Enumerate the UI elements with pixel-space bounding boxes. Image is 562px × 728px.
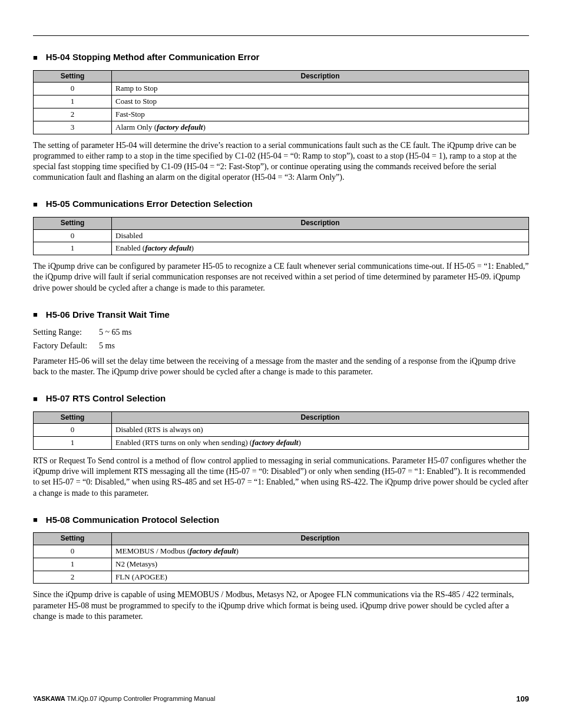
th-setting: Setting: [34, 70, 112, 83]
cell-setting: 0: [34, 229, 112, 242]
bullet-icon: ■: [33, 310, 38, 320]
th-setting: Setting: [34, 533, 112, 545]
th-setting: Setting: [34, 217, 112, 229]
cell-setting: 1: [34, 437, 112, 450]
th-description: Description: [112, 217, 529, 229]
setting-range-row: Setting Range:5 ~ 65 ms: [33, 327, 529, 338]
bullet-icon: ■: [33, 53, 38, 63]
table-row: 3 Alarm Only (factory default): [34, 121, 529, 134]
th-description: Description: [112, 533, 529, 545]
factory-default-row: Factory Default:5 ms: [33, 341, 529, 351]
th-setting: Setting: [34, 411, 112, 424]
cell-description: MEMOBUS / Modbus (factory default): [112, 545, 529, 558]
table-row: 2 FLN (APOGEE): [34, 571, 529, 584]
th-description: Description: [112, 411, 529, 424]
factory-default-value: 5 ms: [99, 341, 115, 350]
factory-default-text: factory default: [145, 243, 191, 252]
table-h5-04: Setting Description 0 Ramp to Stop 1 Coa…: [33, 70, 529, 134]
cell-description: Enabled (RTS turns on only when sending)…: [112, 437, 529, 450]
table-row: 0 MEMOBUS / Modbus (factory default): [34, 545, 529, 558]
para-h5-06: Parameter H5-06 will set the delay time …: [33, 356, 529, 377]
table-row: 1 Coast to Stop: [34, 95, 529, 108]
table-row: 1 Enabled (factory default): [34, 242, 529, 255]
cell-setting: 2: [34, 108, 112, 121]
desc-prefix: Alarm Only (: [115, 123, 157, 131]
heading-h5-08-text: H5-08 Communication Protocol Selection: [46, 515, 219, 525]
heading-h5-08: ■H5-08 Communication Protocol Selection: [33, 514, 529, 526]
desc-prefix: Enabled (: [115, 243, 145, 252]
para-h5-04: The setting of parameter H5-04 will dete…: [33, 140, 529, 183]
cell-description: N2 (Metasys): [112, 558, 529, 571]
heading-h5-05: ■H5-05 Communications Error Detection Se…: [33, 198, 529, 210]
cell-description: Enabled (factory default): [112, 242, 529, 255]
cell-description: Ramp to Stop: [112, 83, 529, 95]
heading-h5-04-text: H5-04 Stopping Method after Communicatio…: [46, 52, 260, 62]
table-h5-05: Setting Description 0 Disabled 1 Enabled…: [33, 217, 529, 255]
setting-range-label: Setting Range:: [33, 327, 99, 338]
desc-prefix: MEMOBUS / Modbus (: [115, 546, 190, 555]
desc-suffix: ): [236, 546, 238, 555]
para-h5-05: The iQpump drive can be configured by pa…: [33, 261, 529, 294]
table-h5-08: Setting Description 0 MEMOBUS / Modbus (…: [33, 532, 529, 584]
heading-h5-07: ■H5-07 RTS Control Selection: [33, 393, 529, 404]
para-h5-07: RTS or Request To Send control is a meth…: [33, 456, 529, 499]
desc-suffix: ): [298, 438, 300, 447]
table-h5-07: Setting Description 0 Disabled (RTS is a…: [33, 411, 529, 450]
para-h5-08: Since the iQpump drive is capable of usi…: [33, 589, 529, 622]
factory-default-label: Factory Default:: [33, 341, 99, 351]
top-rule: [33, 35, 529, 36]
table-row: 0 Disabled: [34, 229, 529, 242]
cell-description: Fast-Stop: [112, 108, 529, 121]
heading-h5-04: ■H5-04 Stopping Method after Communicati…: [33, 51, 529, 63]
cell-description: Disabled: [112, 229, 529, 242]
factory-default-text: factory default: [190, 546, 236, 555]
factory-default-text: factory default: [252, 438, 298, 447]
cell-setting: 2: [34, 571, 112, 584]
heading-h5-05-text: H5-05 Communications Error Detection Sel…: [46, 199, 253, 209]
factory-default-text: factory default: [157, 123, 203, 131]
heading-h5-06: ■H5-06 Drive Transit Wait Time: [33, 309, 529, 321]
setting-range-value: 5 ~ 65 ms: [99, 328, 131, 337]
cell-description: Coast to Stop: [112, 95, 529, 108]
table-row: 1 N2 (Metasys): [34, 558, 529, 571]
table-row: 2 Fast-Stop: [34, 108, 529, 121]
cell-setting: 0: [34, 83, 112, 95]
cell-setting: 1: [34, 95, 112, 108]
heading-h5-06-text: H5-06 Drive Transit Wait Time: [46, 309, 170, 319]
table-row: 0 Disabled (RTS is always on): [34, 424, 529, 437]
cell-setting: 3: [34, 121, 112, 134]
desc-suffix: ): [203, 123, 205, 131]
desc-suffix: ): [191, 243, 194, 252]
cell-description: FLN (APOGEE): [112, 571, 529, 584]
bullet-icon: ■: [33, 200, 38, 210]
bullet-icon: ■: [33, 515, 38, 525]
cell-setting: 0: [34, 545, 112, 558]
cell-setting: 1: [34, 242, 112, 255]
table-row: 1 Enabled (RTS turns on only when sendin…: [34, 437, 529, 450]
table-row: 0 Ramp to Stop: [34, 83, 529, 95]
heading-h5-07-text: H5-07 RTS Control Selection: [46, 393, 166, 403]
desc-prefix: Enabled (RTS turns on only when sending)…: [115, 438, 252, 447]
cell-setting: 0: [34, 424, 112, 437]
cell-description: Disabled (RTS is always on): [112, 424, 529, 437]
th-description: Description: [112, 70, 529, 83]
bullet-icon: ■: [33, 394, 38, 404]
cell-setting: 1: [34, 558, 112, 571]
cell-description: Alarm Only (factory default): [112, 121, 529, 134]
